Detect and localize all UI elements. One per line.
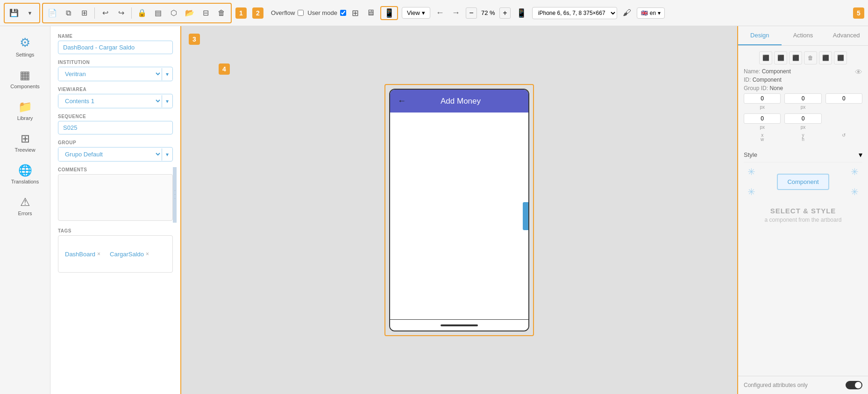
- phone-icon-button[interactable]: 📱: [514, 6, 528, 20]
- toggle-knob: [855, 382, 861, 388]
- lang-value: en: [650, 10, 656, 16]
- sidebar-item-components[interactable]: ▦ Components: [5, 65, 46, 93]
- zoom-out-button[interactable]: −: [466, 7, 477, 19]
- field-w: px: [744, 113, 781, 130]
- align-right-button[interactable]: ⬛: [789, 51, 802, 64]
- lang-selector[interactable]: 🇬🇧 en ▾: [637, 7, 665, 19]
- view-area-select[interactable]: Contents 1: [58, 94, 162, 108]
- component-sidebar-handle[interactable]: [523, 202, 529, 230]
- device-header: ← Add Money: [390, 90, 528, 113]
- view-button[interactable]: View ▾: [402, 7, 430, 19]
- layers-button[interactable]: ▤: [150, 6, 165, 21]
- configured-attrs-toggle[interactable]: [846, 381, 862, 389]
- view-area-field: VIEW/AREA Contents 1 ▾: [58, 87, 173, 108]
- comments-resize-handle[interactable]: · · ·: [173, 167, 177, 223]
- tablet-icon-button[interactable]: 📱: [380, 6, 398, 20]
- preview-corner-tr: ✳: [851, 166, 859, 177]
- group-id-meta-value: None: [769, 85, 783, 91]
- sidebar-item-settings[interactable]: ⚙ Settings: [5, 32, 46, 61]
- position-row-2: px px: [744, 113, 862, 130]
- folder-button[interactable]: 📂: [182, 6, 197, 21]
- overflow-checkbox[interactable]: [298, 10, 304, 16]
- redo-button[interactable]: ↪: [114, 6, 128, 21]
- name-field: NAME: [58, 34, 173, 54]
- tab-design[interactable]: Design: [738, 26, 782, 45]
- stack-button[interactable]: ⬡: [166, 6, 181, 21]
- toolbar-dropdown[interactable]: ▼: [22, 6, 37, 21]
- back-arrow-icon[interactable]: ←: [398, 96, 406, 106]
- name-input[interactable]: [58, 41, 173, 54]
- name-meta-label: Name:: [744, 68, 760, 75]
- group-select[interactable]: Grupo Default: [58, 148, 162, 161]
- device-select[interactable]: iPhone 6, 6s, 7, 8 375×667: [532, 7, 617, 19]
- w-input[interactable]: [744, 113, 781, 124]
- group-select-wrap: Grupo Default ▾: [58, 147, 173, 162]
- layout-icon-button[interactable]: ⊞: [350, 6, 361, 20]
- align-center-h-button[interactable]: ⬛: [774, 51, 787, 64]
- tag-dashboard-remove[interactable]: ×: [97, 251, 100, 257]
- sep2: [131, 7, 132, 19]
- comments-label: COMMENTS: [58, 167, 173, 172]
- copy-button[interactable]: 📄: [45, 6, 60, 21]
- style-header[interactable]: Style ▾: [744, 148, 862, 162]
- main-toolbar: 💾 ▼ 📄 ⧉ ⊞ ↩ ↪ 🔒 ▤ ⬡ 📂 ⊟ 🗑 1 2 Overflow U…: [0, 0, 868, 26]
- duplicate-button[interactable]: ⧉: [61, 6, 76, 21]
- right-panel: 5 Design Actions Advanced ⬛ ⬛ ⬛ 🗑 ⬛ ⬛ Na…: [737, 26, 868, 394]
- badge-4: 4: [219, 63, 230, 75]
- zoom-in-button[interactable]: +: [499, 7, 511, 19]
- tab-advanced[interactable]: Advanced: [825, 26, 868, 45]
- save-button[interactable]: 💾: [7, 6, 21, 21]
- tab-actions[interactable]: Actions: [782, 26, 825, 45]
- user-mode-checkbox[interactable]: [340, 10, 346, 16]
- lock-button[interactable]: 🔒: [135, 6, 149, 21]
- sidebar-item-treeview[interactable]: ⊞ Treeview: [5, 128, 46, 156]
- user-mode-label: User mode: [307, 9, 337, 16]
- r-input[interactable]: [825, 93, 862, 104]
- delete-button[interactable]: 🗑: [214, 6, 229, 21]
- errors-icon: ⚠: [20, 196, 30, 209]
- align-top-button[interactable]: ⬛: [819, 51, 832, 64]
- x-input[interactable]: [744, 93, 781, 104]
- y-input[interactable]: [784, 93, 821, 104]
- library-label: Library: [17, 115, 33, 121]
- overflow-label: Overflow: [271, 9, 295, 16]
- device-outer-frame: ← Add Money: [384, 84, 534, 336]
- device-bottom-bar: [390, 319, 528, 331]
- tag-cargarsaldo-remove[interactable]: ×: [146, 251, 149, 257]
- tags-field: TAGS DashBoard × CargarSaldo ×: [58, 228, 173, 273]
- w-label: px: [744, 125, 781, 130]
- h-field-label: h: [784, 137, 821, 142]
- treeview-icon: ⊞: [21, 132, 30, 145]
- sidebar-item-library[interactable]: 📁 Library: [5, 97, 46, 125]
- sidebar-item-translations[interactable]: 🌐 Translations: [5, 160, 46, 188]
- back-nav-button[interactable]: ←: [434, 6, 446, 20]
- settings-icon: ⚙: [20, 35, 30, 50]
- comments-textarea[interactable]: [58, 174, 173, 221]
- delete-item-button[interactable]: 🗑: [804, 51, 817, 64]
- components-icon: ▦: [20, 69, 30, 82]
- main-layout: ⚙ Settings ▦ Components 📁 Library ⊞ Tree…: [0, 26, 868, 394]
- monitor-icon-button[interactable]: 🖥: [364, 6, 377, 20]
- paint-icon-button[interactable]: 🖌: [621, 6, 633, 20]
- field-empty: [825, 113, 862, 130]
- forward-nav-button[interactable]: →: [450, 6, 462, 20]
- components-label: Components: [10, 84, 39, 89]
- zoom-group: − 72 % +: [466, 7, 511, 19]
- select-style-sub: a component from the artboard: [749, 217, 857, 223]
- align-bottom-button[interactable]: ⬛: [834, 51, 847, 64]
- visibility-icon[interactable]: 👁: [855, 68, 862, 77]
- sidebar-item-errors[interactable]: ⚠ Errors: [5, 192, 46, 220]
- undo-button[interactable]: ↩: [98, 6, 113, 21]
- style-section: Style ▾: [744, 148, 862, 162]
- library-icon: 📁: [18, 100, 32, 113]
- device-screen-title: Add Money: [412, 97, 510, 106]
- multi-copy-button[interactable]: ⊞: [77, 6, 92, 21]
- empty-label-wrap: [825, 136, 862, 142]
- grid-button[interactable]: ⊟: [198, 6, 213, 21]
- h-input[interactable]: [784, 113, 821, 124]
- institution-select[interactable]: Veritran: [58, 67, 162, 81]
- align-left-button[interactable]: ⬛: [759, 51, 772, 64]
- toolbar-right: Overflow User mode ⊞ 🖥 📱 View ▾ ← → − 72…: [271, 6, 864, 20]
- badge-5: 5: [853, 7, 864, 19]
- sequence-input[interactable]: [58, 121, 173, 134]
